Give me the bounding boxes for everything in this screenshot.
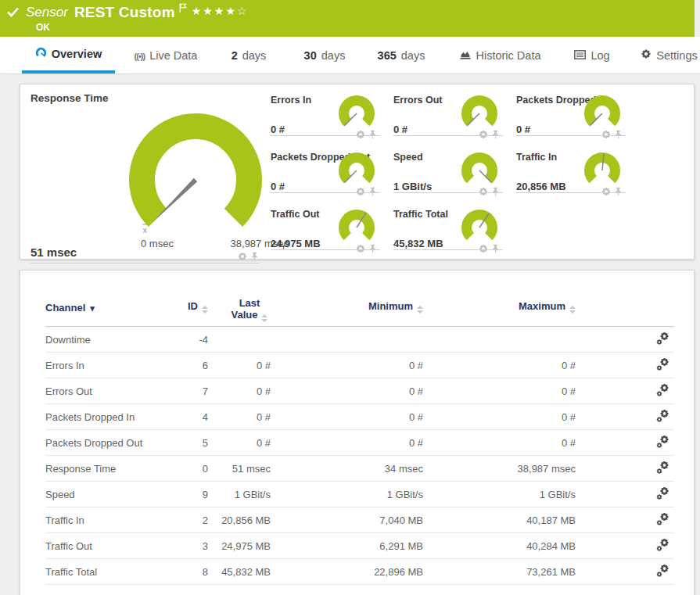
channel-id: 8: [163, 559, 208, 585]
tab-days365[interactable]: 365days: [372, 37, 431, 73]
panel-divider: [31, 263, 259, 263]
channel-name: Packets Dropped Out: [45, 430, 163, 456]
channel-minimum: 22,896 MB: [271, 559, 423, 585]
response-time-gauge-panel: Response Time x 0 msec 38,987 msec 51 ms…: [31, 92, 259, 258]
table-row-response-time: Response Time051 msec34 msec38,987 msec: [45, 456, 674, 482]
channel-settings-icon[interactable]: [656, 538, 669, 554]
priority-stars[interactable]: ★★★★☆: [192, 5, 249, 17]
flag-icon[interactable]: [179, 2, 187, 16]
channel-last-value: 45,832 MB: [208, 559, 271, 585]
channel-maximum: 0 #: [423, 378, 576, 404]
channel-settings-icon[interactable]: [656, 461, 669, 477]
column-header-minimum[interactable]: Minimum: [271, 271, 423, 327]
channel-maximum: 0 #: [423, 353, 576, 378]
channel-id: 2: [163, 507, 208, 533]
tab-log[interactable]: Log: [568, 37, 616, 73]
sort-icon: [417, 306, 423, 314]
channel-maximum: 1 GBit/s: [423, 482, 576, 507]
channel-minimum: 0 #: [271, 353, 423, 378]
channel-id: 4: [163, 404, 208, 430]
channels-card: Channel▾ ID Last Value Minimum Maximum: [20, 270, 695, 595]
channel-last-value: 24,975 MB: [208, 533, 271, 559]
tab-bar: Overview((•))Live Data2days30days365days…: [0, 37, 700, 74]
gauge-current-value: 20,856 MB: [516, 181, 566, 192]
channel-id: 9: [163, 482, 208, 507]
sort-icon: [569, 306, 576, 314]
column-header-channel[interactable]: Channel▾: [45, 271, 163, 327]
channel-last-value: 0 #: [208, 430, 271, 456]
table-row-speed: Speed91 GBit/s1 GBit/s1 GBit/s: [45, 482, 674, 507]
gauge-current-value: 0 #: [516, 124, 530, 135]
sensor-overview-page: Sensor REST Custom ★★★★☆ OK Overview((•)…: [0, 0, 700, 595]
channel-last-value: 0 #: [208, 404, 271, 430]
channel-settings-icon[interactable]: [656, 357, 669, 374]
panel-divider: [271, 249, 380, 250]
channel-id: 5: [163, 430, 208, 456]
channel-id: 3: [163, 533, 208, 559]
gauge-max-label: 38,987 msec: [144, 238, 269, 249]
column-header-actions: [576, 271, 674, 327]
gauge-current-value: 0 #: [271, 124, 285, 135]
channel-settings-icon[interactable]: [656, 332, 669, 348]
sort-icon: [261, 314, 267, 322]
table-row-packets-dropped-out: Packets Dropped Out50 #0 #0 #: [45, 430, 674, 456]
channel-id: 7: [163, 378, 208, 404]
table-row-traffic-total: Traffic Total845,832 MB22,896 MB73,261 M…: [45, 559, 674, 585]
tab-live-data[interactable]: ((•))Live Data: [125, 37, 206, 73]
panel-divider: [516, 135, 626, 136]
sensor-name: REST Custom: [74, 4, 175, 21]
gauge-panel-speed: Speed1 GBit/s: [393, 145, 503, 203]
channel-minimum: [271, 327, 423, 353]
channel-settings-icon[interactable]: [656, 409, 669, 425]
panel-divider: [271, 192, 380, 193]
column-header-last-value[interactable]: Last Value: [208, 271, 271, 327]
channel-minimum: 0 #: [271, 378, 423, 404]
channel-last-value: 51 msec: [208, 456, 271, 482]
tab-days2[interactable]: 2days: [224, 37, 273, 73]
channel-name: Response Time: [45, 456, 163, 482]
channel-minimum: 0 #: [271, 404, 423, 430]
channel-name: Downtime: [45, 327, 163, 353]
channel-name: Errors Out: [45, 378, 163, 404]
channel-maximum: 0 #: [423, 430, 576, 456]
table-row-downtime: Downtime-4: [45, 327, 674, 353]
tab-days30[interactable]: 30days: [298, 37, 351, 73]
channel-id: -4: [163, 327, 208, 353]
channel-minimum: 6,291 MB: [271, 533, 423, 559]
gauge-panel-packets-dropped-out: Packets Dropped Out0 #: [271, 145, 380, 203]
response-time-gauge: x: [124, 113, 269, 241]
gauge-panel-traffic-out: Traffic Out24,975 MB: [271, 203, 380, 260]
table-row-errors-out: Errors Out70 #0 #0 #: [45, 378, 674, 404]
gear-icon: [641, 48, 652, 62]
channel-maximum: [423, 327, 576, 353]
gauges-card: Response Time x 0 msec 38,987 msec 51 ms…: [20, 84, 695, 260]
channel-settings-icon[interactable]: [656, 486, 669, 503]
channel-maximum: 0 #: [423, 404, 576, 430]
channel-last-value: 0 #: [208, 353, 271, 378]
channel-settings-icon[interactable]: [656, 383, 669, 400]
table-row-packets-dropped-in: Packets Dropped In40 #0 #0 #: [45, 404, 674, 430]
sensor-header: Sensor REST Custom ★★★★☆ OK: [0, 0, 695, 37]
tab-settings[interactable]: Settings: [638, 37, 700, 73]
panel-divider: [393, 192, 503, 193]
channels-table: Channel▾ ID Last Value Minimum Maximum: [45, 271, 674, 585]
channel-id: 6: [163, 353, 208, 378]
channel-name: Traffic Total: [45, 559, 163, 585]
channel-settings-icon[interactable]: [656, 564, 669, 580]
gauge-title: Response Time: [31, 92, 259, 104]
tab-historic-data[interactable]: Historic Data: [454, 37, 546, 73]
tab-overview[interactable]: Overview: [22, 37, 115, 73]
channel-name: Speed: [45, 482, 163, 507]
channel-name: Traffic In: [45, 507, 163, 533]
gauge-panel-traffic-in: Traffic In20,856 MB: [516, 145, 626, 203]
channel-maximum: 40,284 MB: [423, 533, 576, 559]
channel-settings-icon[interactable]: [656, 512, 669, 529]
column-header-maximum[interactable]: Maximum: [423, 271, 576, 327]
column-header-id[interactable]: ID: [163, 271, 208, 327]
small-gauges-grid: Errors In0 #Errors Out0 #Packets Dropped…: [271, 88, 626, 260]
channel-last-value: 20,856 MB: [208, 507, 271, 533]
gauge-icon: [35, 47, 47, 61]
channel-name: Traffic Out: [45, 533, 163, 559]
channel-name: Errors In: [45, 353, 163, 378]
channel-settings-icon[interactable]: [656, 435, 669, 451]
